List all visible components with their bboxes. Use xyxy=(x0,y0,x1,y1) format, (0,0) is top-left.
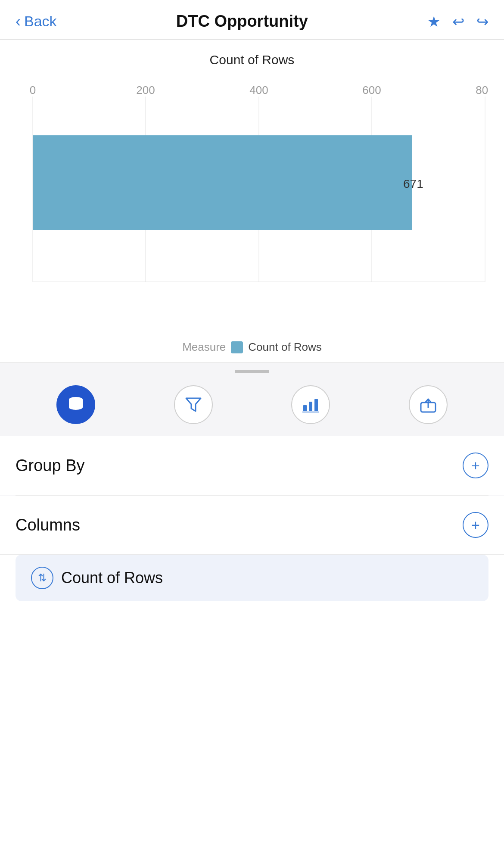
drag-handle[interactable] xyxy=(235,370,269,373)
columns-section: Columns + xyxy=(0,496,504,555)
header: ‹ Back DTC Opportunity ★ ↩ ↪ xyxy=(0,0,504,40)
legend-item-label: Count of Rows xyxy=(248,340,322,354)
legend-color-swatch xyxy=(231,341,243,353)
svg-text:400: 400 xyxy=(249,84,268,97)
svg-text:800: 800 xyxy=(476,84,488,97)
chart-area: Count of Rows 0 200 400 600 800 671 xyxy=(0,40,504,362)
svg-rect-20 xyxy=(303,405,307,411)
svg-text:200: 200 xyxy=(136,84,155,97)
chart-legend: Measure Count of Rows xyxy=(16,340,488,354)
columns-label: Columns xyxy=(16,516,80,534)
bar-chart-bar xyxy=(33,135,412,230)
columns-add-button[interactable]: + xyxy=(463,512,488,538)
favorite-icon[interactable]: ★ xyxy=(427,13,440,30)
share-tab-button[interactable] xyxy=(409,385,448,424)
svg-text:0: 0 xyxy=(30,84,36,97)
group-by-label: Group By xyxy=(16,456,85,475)
undo-icon[interactable]: ↩ xyxy=(452,13,464,30)
svg-marker-19 xyxy=(186,398,201,411)
toolbar xyxy=(0,373,504,436)
chart-tab-button[interactable] xyxy=(291,385,330,424)
header-actions: ★ ↩ ↪ xyxy=(427,13,488,30)
list-item[interactable]: ⇅ Count of Rows xyxy=(16,555,488,601)
group-by-add-button[interactable]: + xyxy=(463,453,488,478)
redo-icon[interactable]: ↪ xyxy=(476,13,488,30)
filter-icon xyxy=(184,396,202,414)
data-icon xyxy=(66,395,85,414)
chart-container: 0 200 400 600 800 671 xyxy=(16,75,488,334)
bar-chart: 0 200 400 600 800 671 xyxy=(16,75,488,334)
chart-icon xyxy=(302,396,320,414)
group-by-plus-icon: + xyxy=(471,457,480,474)
svg-text:⇅: ⇅ xyxy=(38,572,47,584)
svg-text:600: 600 xyxy=(362,84,381,97)
back-chevron-icon: ‹ xyxy=(16,12,21,31)
columns-items-wrapper: ⇅ Count of Rows xyxy=(0,555,504,614)
svg-rect-21 xyxy=(309,402,312,411)
columns-row: Columns + xyxy=(0,496,504,555)
data-tab-button[interactable] xyxy=(56,385,95,424)
back-label: Back xyxy=(24,13,57,30)
drag-handle-area xyxy=(0,362,504,373)
column-item-name: Count of Rows xyxy=(61,569,163,587)
legend-measure-label: Measure xyxy=(182,340,226,354)
bottom-panel: Group By + Columns + ⇅ Count of Rows xyxy=(0,373,504,614)
back-button[interactable]: ‹ Back xyxy=(16,12,57,31)
svg-text:671: 671 xyxy=(403,177,423,190)
share-icon xyxy=(419,396,437,414)
svg-point-18 xyxy=(69,405,83,410)
group-by-section: Group By + xyxy=(0,436,504,495)
chart-title: Count of Rows xyxy=(16,53,488,67)
svg-rect-22 xyxy=(314,399,318,411)
sort-icon: ⇅ xyxy=(31,567,53,589)
filter-tab-button[interactable] xyxy=(174,385,213,424)
columns-plus-icon: + xyxy=(471,517,480,534)
group-by-row: Group By + xyxy=(16,436,488,495)
page-title: DTC Opportunity xyxy=(57,12,427,31)
sort-arrows-icon: ⇅ xyxy=(35,571,49,585)
